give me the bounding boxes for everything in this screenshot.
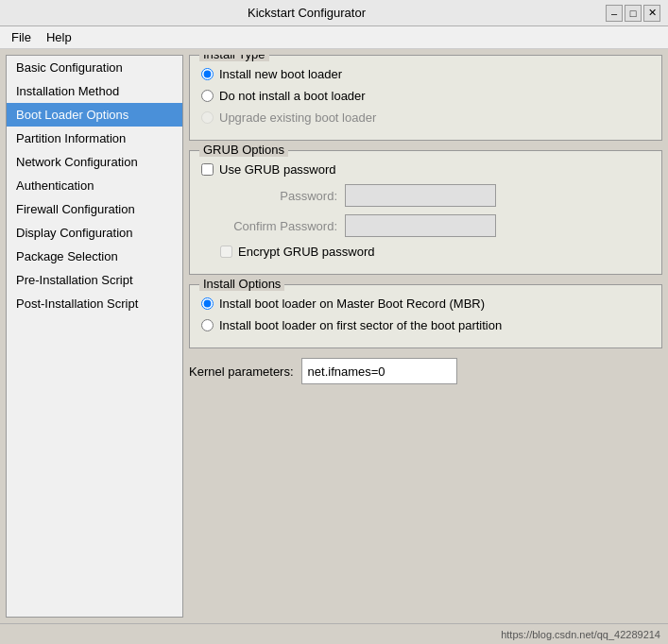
confirm-password-input[interactable]	[345, 214, 496, 237]
sidebar-item-boot-loader[interactable]: Boot Loader Options	[7, 103, 182, 127]
sidebar-item-post-install[interactable]: Post-Installation Script	[7, 292, 182, 315]
radio-no-boot-label[interactable]: Do not install a boot loader	[219, 89, 366, 103]
sidebar-item-package-selection[interactable]: Package Selection	[7, 245, 182, 268]
title-bar: Kickstart Configurator – □ ✕	[0, 0, 668, 26]
confirm-password-row: Confirm Password:	[201, 211, 650, 241]
grub-options-title: GRUB Options	[199, 143, 288, 157]
menu-file[interactable]: File	[4, 28, 39, 46]
minimize-button[interactable]: –	[606, 5, 623, 22]
radio-upgrade-boot-input	[201, 111, 214, 124]
kernel-params-row: Kernel parameters:	[189, 358, 662, 384]
status-text: https://blog.csdn.net/qq_42289214	[501, 629, 660, 640]
encrypt-grub-checkbox	[220, 246, 232, 258]
sidebar-item-install-method[interactable]: Installation Method	[7, 79, 182, 103]
radio-upgrade-boot: Upgrade existing boot loader	[201, 107, 650, 128]
content-area: Install Type Install new boot loader Do …	[189, 55, 662, 618]
encrypt-grub-row: Encrypt GRUB password	[201, 241, 650, 263]
radio-upgrade-boot-label: Upgrade existing boot loader	[219, 110, 376, 125]
main-layout: Basic Configuration Installation Method …	[0, 49, 668, 623]
window-controls: – □ ✕	[606, 5, 660, 22]
maximize-button[interactable]: □	[625, 5, 642, 22]
sidebar: Basic Configuration Installation Method …	[6, 55, 183, 618]
close-button[interactable]: ✕	[643, 5, 660, 22]
radio-mbr-label[interactable]: Install boot loader on Master Boot Recor…	[219, 297, 485, 311]
install-options-title: Install Options	[199, 277, 284, 291]
sidebar-item-basic-config[interactable]: Basic Configuration	[7, 56, 182, 79]
radio-first-sector-label[interactable]: Install boot loader on first sector of t…	[219, 318, 502, 332]
kernel-params-input[interactable]	[301, 358, 457, 384]
grub-options-group: GRUB Options Use GRUB password Password:…	[189, 150, 662, 275]
radio-first-sector-input[interactable]	[201, 319, 214, 331]
sidebar-item-display-config[interactable]: Display Configuration	[7, 221, 182, 245]
use-grub-checkbox[interactable]	[201, 163, 214, 176]
radio-new-boot-input[interactable]	[201, 68, 214, 80]
use-grub-password-row[interactable]: Use GRUB password	[201, 159, 650, 180]
radio-no-boot[interactable]: Do not install a boot loader	[201, 85, 650, 107]
radio-first-sector[interactable]: Install boot loader on first sector of t…	[201, 314, 650, 336]
radio-mbr-input[interactable]	[201, 297, 214, 310]
install-type-group: Install Type Install new boot loader Do …	[189, 55, 662, 141]
password-row: Password:	[201, 180, 650, 211]
radio-new-boot-label[interactable]: Install new boot loader	[219, 67, 342, 81]
sidebar-item-authentication[interactable]: Authentication	[7, 174, 182, 197]
install-options-group: Install Options Install boot loader on M…	[189, 284, 662, 348]
radio-no-boot-input[interactable]	[201, 90, 214, 102]
sidebar-item-network-config[interactable]: Network Configuration	[7, 150, 182, 174]
install-type-title: Install Type	[199, 55, 269, 61]
password-label: Password:	[224, 189, 337, 203]
use-grub-label[interactable]: Use GRUB password	[219, 162, 336, 177]
menu-help[interactable]: Help	[39, 28, 79, 46]
sidebar-item-pre-install[interactable]: Pre-Installation Script	[7, 268, 182, 292]
status-bar: https://blog.csdn.net/qq_42289214	[0, 623, 668, 644]
sidebar-item-partition-info[interactable]: Partition Information	[7, 127, 182, 150]
kernel-params-label: Kernel parameters:	[189, 364, 294, 379]
sidebar-item-firewall-config[interactable]: Firewall Configuration	[7, 197, 182, 221]
window-title: Kickstart Configurator	[8, 6, 606, 20]
radio-install-new[interactable]: Install new boot loader	[201, 63, 650, 85]
password-input[interactable]	[345, 184, 496, 207]
radio-mbr[interactable]: Install boot loader on Master Boot Recor…	[201, 293, 650, 314]
encrypt-grub-label: Encrypt GRUB password	[238, 245, 375, 259]
menu-bar: File Help	[0, 26, 668, 49]
confirm-label: Confirm Password:	[224, 219, 337, 233]
